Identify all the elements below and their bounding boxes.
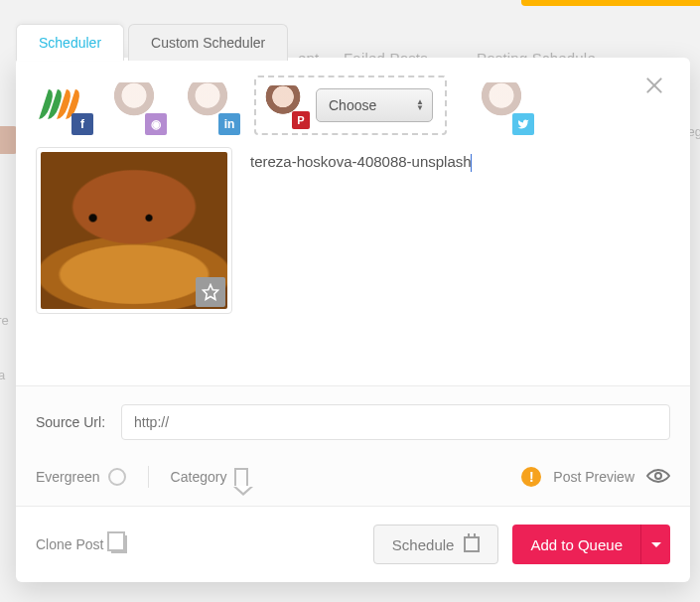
bookmark-icon — [234, 468, 248, 486]
warning-icon[interactable]: ! — [521, 467, 541, 487]
meta-section: Source Url: Evergreen Category ! Post Pr… — [16, 385, 690, 506]
compose-modal: f ◉ in P Choose ▲▼ — [16, 58, 690, 582]
compose-area: tereza-hoskova-408088-unsplash — [16, 145, 690, 385]
choose-label: Choose — [329, 97, 376, 113]
footer-bar: Clone Post Schedule Add to Queue — [16, 506, 690, 582]
clone-post-button[interactable]: Clone Post — [36, 535, 127, 553]
caption-input[interactable]: tereza-hoskova-408088-unsplash — [250, 147, 670, 374]
facebook-badge-icon: f — [71, 113, 93, 135]
clone-label: Clone Post — [36, 536, 103, 552]
source-url-input[interactable] — [121, 404, 670, 440]
tab-bar: Scheduler Custom Scheduler — [16, 24, 292, 61]
source-url-row: Source Url: — [36, 404, 670, 440]
schedule-button[interactable]: Schedule — [373, 525, 499, 564]
queue-label: Add to Queue — [530, 536, 623, 553]
add-to-queue-button[interactable]: Add to Queue — [512, 525, 640, 564]
twitter-badge-icon — [512, 113, 534, 135]
chevron-updown-icon: ▲▼ — [416, 99, 424, 111]
bg-avatar — [0, 126, 17, 154]
instagram-badge-icon: ◉ — [145, 113, 167, 135]
post-preview-block: ! Post Preview — [521, 467, 670, 487]
pinterest-badge-icon: P — [292, 111, 310, 129]
caret-down-icon — [651, 542, 661, 547]
profile-selector-row: f ◉ in P Choose ▲▼ — [16, 58, 690, 145]
pinterest-board-select[interactable]: Choose ▲▼ — [316, 88, 433, 122]
eye-icon — [646, 469, 670, 483]
source-url-label: Source Url: — [36, 414, 105, 430]
text-cursor — [471, 154, 472, 172]
linkedin-badge-icon: in — [218, 113, 240, 135]
favorite-image-button[interactable] — [196, 277, 225, 307]
post-preview-button[interactable] — [646, 469, 670, 485]
add-to-queue-split-button: Add to Queue — [512, 525, 670, 564]
tab-scheduler[interactable]: Scheduler — [16, 24, 124, 61]
divider — [148, 466, 149, 488]
profile-twitter[interactable] — [477, 79, 528, 131]
profile-instagram[interactable]: ◉ — [109, 79, 161, 131]
close-icon — [644, 75, 664, 95]
svg-point-3 — [655, 473, 661, 479]
category-label: Category — [171, 469, 227, 485]
bg-banner — [521, 0, 700, 6]
calendar-icon — [464, 536, 480, 552]
profile-facebook[interactable]: f — [36, 79, 87, 131]
pinterest-board-group: P Choose ▲▼ — [254, 75, 447, 135]
add-to-queue-dropdown[interactable] — [640, 525, 670, 564]
post-preview-label: Post Preview — [553, 469, 634, 485]
schedule-label: Schedule — [392, 536, 455, 553]
profile-linkedin[interactable]: in — [183, 79, 234, 131]
options-row: Evergreen Category ! Post Preview — [36, 466, 670, 488]
bg-side-label1: ere — [0, 313, 9, 328]
radio-icon — [108, 468, 126, 486]
close-button[interactable] — [644, 75, 668, 99]
star-icon — [202, 283, 219, 301]
bg-side-label2: a — [0, 368, 5, 382]
category-picker[interactable]: Category — [171, 468, 249, 486]
evergreen-toggle[interactable]: Evergreen — [36, 468, 126, 486]
profile-pinterest[interactable]: P — [264, 85, 304, 125]
tab-custom-scheduler[interactable]: Custom Scheduler — [128, 24, 288, 61]
attached-image-card[interactable] — [36, 147, 232, 314]
caption-text: tereza-hoskova-408088-unsplash — [250, 153, 472, 170]
evergreen-label: Evergreen — [36, 469, 100, 485]
svg-marker-2 — [204, 285, 218, 300]
copy-icon — [111, 535, 127, 553]
